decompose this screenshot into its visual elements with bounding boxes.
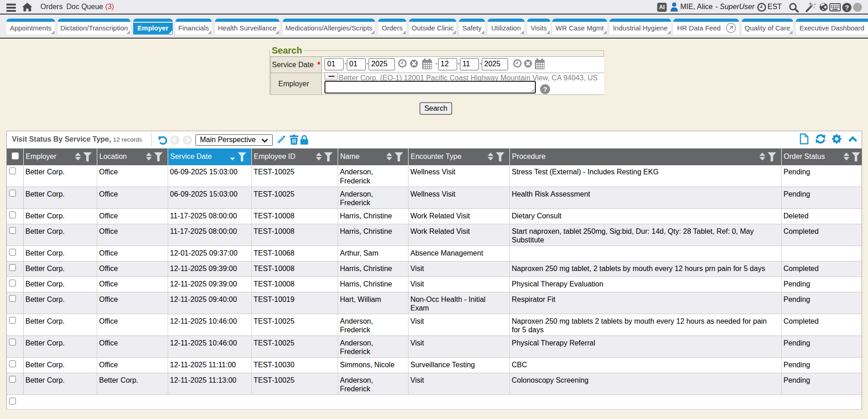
svg-text:?: ?: [845, 3, 849, 11]
svg-text:?: ?: [543, 85, 547, 93]
